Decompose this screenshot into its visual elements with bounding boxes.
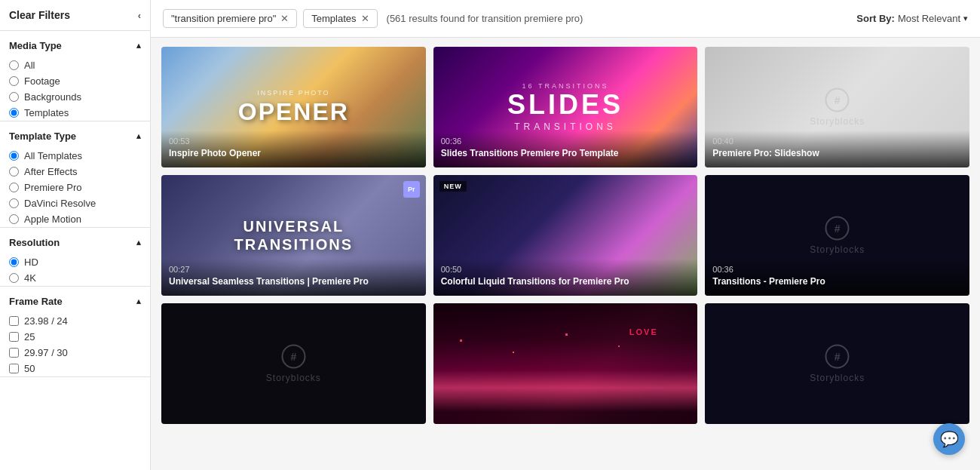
template-type-options: All Templates After Effects Premiere Pro… [0,148,150,227]
template-type-header[interactable]: Template Type ▴ [0,121,150,148]
template-type-premiere-pro[interactable]: Premiere Pro [0,180,150,195]
card-overlay: 00:36 Transitions - Premiere Pro [705,259,969,296]
media-type-chevron: ▴ [136,41,141,51]
frame-rate-section: Frame Rate ▴ 23.98 / 24 25 29.97 / 30 50 [0,287,150,377]
media-type-header[interactable]: Media Type ▴ [0,31,150,57]
card-overlay: 00:36 Slides Transitions Premiere Pro Te… [433,131,698,167]
frame-rate-25[interactable]: 25 [0,329,150,345]
frame-rate-chevron: ▴ [136,296,141,306]
media-type-label: Media Type [9,40,62,51]
media-type-backgrounds[interactable]: Backgrounds [0,89,150,105]
chat-button[interactable]: 💬 [933,423,965,455]
resolution-hd[interactable]: HD [0,254,150,270]
resolution-chevron: ▴ [136,238,141,247]
templates-tag-label: Templates [311,13,356,24]
results-count: (561 results found for transition premie… [387,13,583,24]
resolution-header[interactable]: Resolution ▴ [0,228,150,254]
storyblocks-text: Storyblocks [266,373,321,383]
template-type-chevron: ▴ [136,131,141,141]
card-universal-transitions[interactable]: Pr UNIVERSALTRANSITIONS 00:27 Universal … [161,175,426,296]
resolution-4k[interactable]: 4K [0,270,150,286]
media-type-all[interactable]: All [0,57,150,73]
template-type-davinci[interactable]: DaVinci Resolve [0,195,150,211]
storyblocks-icon: # [825,217,850,241]
media-type-section: Media Type ▴ All Footage Backgrounds Tem… [0,31,150,121]
media-type-footage[interactable]: Footage [0,73,150,89]
storyblocks-icon: # [825,345,850,369]
card-city-lights[interactable]: LOVE [433,303,698,424]
query-tag-close[interactable]: ✕ [280,13,289,24]
storyblocks-icon: # [281,345,305,369]
sort-by-label: Sort By: [856,13,895,24]
card-time: 00:27 [169,265,418,274]
results-grid: Inspire Photo OPENER 00:53 Inspire Photo… [151,38,980,470]
storyblocks-icon: # [825,88,850,112]
card-overlay: 00:27 Universal Seamless Transitions | P… [161,259,426,296]
card-inspire-photo-opener[interactable]: Inspire Photo OPENER 00:53 Inspire Photo… [161,47,426,167]
template-type-section: Template Type ▴ All Templates After Effe… [0,121,150,228]
storyblocks-logo: # Storyblocks [810,88,865,127]
card-transitions-pp[interactable]: # Storyblocks 00:36 Transitions - Premie… [705,175,969,296]
card-title: Colorful Liquid Transitions for Premiere… [441,276,691,288]
card-title: Slides Transitions Premiere Pro Template [441,148,691,160]
sort-chevron-icon[interactable]: ▾ [963,14,968,23]
card-time: 00:50 [441,265,691,274]
topbar: "transition premiere pro" ✕ Templates ✕ … [151,0,980,38]
frame-rate-options: 23.98 / 24 25 29.97 / 30 50 [0,313,150,376]
clear-filters-button[interactable]: Clear Filters ‹ [0,0,150,31]
frame-rate-29[interactable]: 29.97 / 30 [0,345,150,361]
template-type-label: Template Type [9,131,76,142]
premiere-pro-badge: Pr [403,181,420,198]
query-tag-label: "transition premiere pro" [171,13,276,24]
storyblocks-text: Storyblocks [810,244,865,255]
card-center-slides: 16 TRANSITIONS SLIDES TRANSITIONS [507,82,623,132]
card-title: Universal Seamless Transitions | Premier… [169,276,418,288]
templates-tag-close[interactable]: ✕ [361,13,369,24]
frame-rate-50[interactable]: 50 [0,361,150,376]
sidebar-collapse-icon[interactable]: ‹ [138,10,141,21]
media-type-options: All Footage Backgrounds Templates [0,57,150,121]
storyblocks-text: Storyblocks [810,373,865,383]
card-center-content: Inspire Photo OPENER [238,89,349,126]
card-time: 00:53 [169,137,418,146]
templates-filter-tag[interactable]: Templates ✕ [303,9,377,28]
card-title: Inspire Photo Opener [169,148,418,160]
chat-icon: 💬 [940,430,959,448]
sort-by-container: Sort By: Most Relevant ▾ [856,13,968,24]
frame-rate-23[interactable]: 23.98 / 24 [0,313,150,329]
clear-filters-label: Clear Filters [9,9,70,21]
card-overlay: 00:50 Colorful Liquid Transitions for Pr… [433,259,698,296]
resolution-section: Resolution ▴ HD 4K [0,228,150,287]
storyblocks-logo: # Storyblocks [810,345,865,383]
card-title: Transitions - Premiere Pro [712,276,962,288]
card-colorful-liquid[interactable]: NEW 00:50 Colorful Liquid Transitions fo… [433,175,698,296]
card-placeholder-2[interactable]: # Storyblocks [705,303,969,424]
query-filter-tag[interactable]: "transition premiere pro" ✕ [163,9,297,28]
template-type-after-effects[interactable]: After Effects [0,164,150,180]
card-time: 00:36 [441,137,691,146]
main-content: "transition premiere pro" ✕ Templates ✕ … [151,0,980,470]
storyblocks-logo: # Storyblocks [266,345,321,383]
card-placeholder-1[interactable]: # Storyblocks [161,303,426,424]
card-slides-transitions[interactable]: 16 TRANSITIONS SLIDES TRANSITIONS 00:36 … [433,47,698,167]
card-time: 00:36 [712,265,962,274]
card-time: 00:40 [712,137,962,146]
template-type-all[interactable]: All Templates [0,148,150,164]
card-overlay: 00:53 Inspire Photo Opener [161,131,426,167]
sort-by-value[interactable]: Most Relevant [898,13,960,24]
sidebar: Clear Filters ‹ Media Type ▴ All Footage… [0,0,151,470]
card-title: Premiere Pro: Slideshow [712,148,962,160]
card-center-universal: UNIVERSALTRANSITIONS [234,217,354,253]
media-type-templates[interactable]: Templates [0,105,150,121]
resolution-label: Resolution [9,237,60,248]
storyblocks-text: Storyblocks [810,116,865,127]
frame-rate-label: Frame Rate [9,296,63,307]
resolution-options: HD 4K [0,254,150,286]
storyblocks-logo: # Storyblocks [810,217,865,255]
card-overlay: 00:40 Premiere Pro: Slideshow [705,131,969,167]
card-premiere-slideshow[interactable]: # Storyblocks 00:40 Premiere Pro: Slides… [705,47,969,167]
new-badge: NEW [439,181,467,192]
template-type-apple-motion[interactable]: Apple Motion [0,211,150,227]
frame-rate-header[interactable]: Frame Rate ▴ [0,287,150,313]
